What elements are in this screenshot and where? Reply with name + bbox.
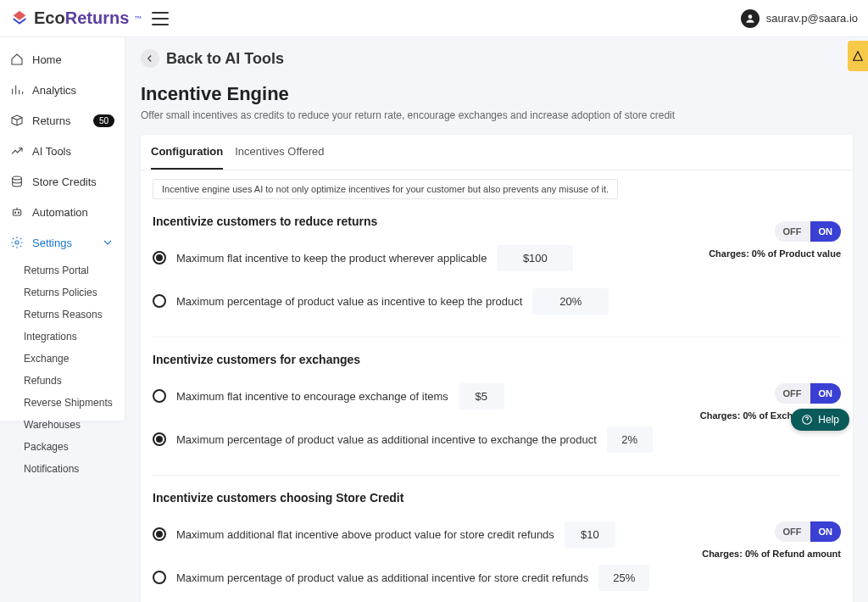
arrow-left-icon <box>141 49 159 68</box>
option-row: Maximum percentage of product value as a… <box>153 426 841 453</box>
toggle-on: ON <box>810 221 842 242</box>
page-title: Incentive Engine <box>141 83 853 105</box>
radio-flat-exchange[interactable] <box>153 389 166 403</box>
sub-item-reverse-shipments[interactable]: Reverse Shipments <box>24 392 125 414</box>
radio-percent-keep[interactable] <box>153 294 166 308</box>
option-label: Maximum additional flat incentive above … <box>176 528 554 541</box>
svg-point-1 <box>13 176 22 180</box>
sub-item-returns-policies[interactable]: Returns Policies <box>24 281 125 304</box>
page-description: Offer small incentives as credits to red… <box>141 109 853 123</box>
input-flat-keep[interactable] <box>497 245 573 271</box>
back-label: Back to AI Tools <box>166 50 284 68</box>
svg-point-5 <box>15 241 19 244</box>
trend-icon <box>10 144 24 158</box>
gear-icon <box>10 236 24 249</box>
help-label: Help <box>818 414 839 426</box>
logo-icon <box>10 9 29 28</box>
option-label: Maximum percentage of product value as a… <box>176 433 597 446</box>
sidebar-item-label: Home <box>32 53 62 66</box>
tab-configuration[interactable]: Configuration <box>151 135 223 170</box>
toggle-off: OFF <box>775 221 810 242</box>
toggle-exchanges[interactable]: OFFON <box>775 383 842 404</box>
sub-item-returns-portal[interactable]: Returns Portal <box>24 259 125 281</box>
sidebar-item-settings[interactable]: Settings <box>0 227 125 258</box>
svg-point-4 <box>18 212 19 213</box>
sidebar-item-automation[interactable]: Automation <box>0 197 125 227</box>
brand-text-eco: Eco <box>34 8 65 27</box>
sidebar-item-returns[interactable]: Returns 50 <box>0 105 125 136</box>
svg-point-0 <box>748 14 752 19</box>
charges-text: Charges: 0% of Refund amount <box>702 549 841 559</box>
sidebar-item-label: Store Credits <box>32 176 97 188</box>
sidebar-item-analytics[interactable]: Analytics <box>0 75 125 105</box>
sidebar-item-label: Automation <box>32 206 88 219</box>
option-label: Maximum flat incentive to encourage exch… <box>176 390 448 403</box>
section-store-credit: OFFON Charges: 0% of Refund amount Incen… <box>153 475 841 591</box>
option-row: Maximum flat incentive to encourage exch… <box>153 383 841 410</box>
menu-toggle-icon[interactable] <box>152 12 169 25</box>
avatar-icon <box>741 9 760 28</box>
sub-item-exchange[interactable]: Exchange <box>24 348 125 370</box>
brand-text-returns: Returns <box>65 8 130 27</box>
topbar: EcoReturns ™ saurav.p@saara.io <box>0 0 868 37</box>
content-card: Configuration Incentives Offered Incenti… <box>141 135 853 602</box>
chevron-down-icon <box>101 236 114 249</box>
input-flat-storecredit[interactable] <box>565 521 615 548</box>
sub-item-notifications[interactable]: Notifications <box>24 458 125 480</box>
input-percent-exchange[interactable] <box>607 426 653 453</box>
section-reduce-returns: OFFON Charges: 0% of Product value Incen… <box>153 215 841 315</box>
home-icon <box>10 53 24 66</box>
box-icon <box>10 114 24 127</box>
section-exchanges: OFFON Charges: 0% of Exchange value Ince… <box>153 337 841 453</box>
radio-percent-exchange[interactable] <box>153 432 166 446</box>
svg-point-3 <box>14 212 15 213</box>
option-row: Maximum percentage of product value as a… <box>153 565 841 591</box>
svg-rect-2 <box>13 209 20 215</box>
sidebar-item-label: AI Tools <box>32 145 71 158</box>
toggle-reduce-returns[interactable]: OFFON <box>775 221 842 242</box>
toggle-store-credit[interactable]: OFFON <box>775 521 842 542</box>
option-row: Maximum percentage of product value as i… <box>153 288 841 315</box>
sidebar-item-label: Analytics <box>32 84 76 97</box>
tabs: Configuration Incentives Offered <box>141 135 853 170</box>
user-email: saurav.p@saara.io <box>766 12 858 25</box>
charges-text: Charges: 0% of Product value <box>709 248 841 259</box>
sidebar-item-label: Settings <box>32 237 72 249</box>
tab-incentives-offered[interactable]: Incentives Offered <box>235 135 324 170</box>
robot-icon <box>10 205 24 219</box>
sub-item-integrations[interactable]: Integrations <box>24 326 125 348</box>
sidebar-item-store-credits[interactable]: Store Credits <box>0 166 125 197</box>
input-percent-storecredit[interactable] <box>598 565 649 591</box>
sub-item-packages[interactable]: Packages <box>24 436 125 458</box>
help-button[interactable]: Help <box>791 409 849 431</box>
main-content: Back to AI Tools Incentive Engine Offer … <box>125 37 868 602</box>
option-label: Maximum flat incentive to keep the produ… <box>176 252 487 265</box>
sub-item-warehouses[interactable]: Warehouses <box>24 414 125 436</box>
back-button[interactable]: Back to AI Tools <box>141 49 853 68</box>
option-row: Maximum additional flat incentive above … <box>153 521 841 548</box>
input-percent-keep[interactable] <box>532 288 609 315</box>
input-flat-exchange[interactable] <box>459 383 504 410</box>
user-menu[interactable]: saurav.p@saara.io <box>741 9 858 28</box>
radio-flat-storecredit[interactable] <box>153 527 166 541</box>
section-title: Incentivize customers for exchanges <box>153 353 841 366</box>
sidebar-item-ai-tools[interactable]: AI Tools <box>0 136 125 166</box>
coins-icon <box>10 175 24 188</box>
section-title: Incentivize customers to reduce returns <box>153 215 841 228</box>
toggle-on: ON <box>810 383 842 404</box>
toggle-off: OFF <box>775 521 810 542</box>
option-label: Maximum percentage of product value as i… <box>176 295 522 308</box>
brand-logo[interactable]: EcoReturns ™ <box>10 8 142 28</box>
radio-percent-storecredit[interactable] <box>153 571 166 584</box>
settings-submenu: Returns Portal Returns Policies Returns … <box>0 258 125 483</box>
analytics-icon <box>10 83 24 97</box>
toggle-off: OFF <box>775 383 810 404</box>
sub-item-refunds[interactable]: Refunds <box>24 370 125 392</box>
ai-note: Incentive engine uses AI to not only opt… <box>153 179 618 199</box>
sidebar-item-label: Returns <box>32 114 71 127</box>
option-label: Maximum percentage of product value as a… <box>176 571 588 584</box>
sub-item-returns-reasons[interactable]: Returns Reasons <box>24 304 125 326</box>
radio-flat-keep[interactable] <box>153 251 166 265</box>
returns-count-badge: 50 <box>93 114 114 127</box>
sidebar-item-home[interactable]: Home <box>0 44 125 75</box>
